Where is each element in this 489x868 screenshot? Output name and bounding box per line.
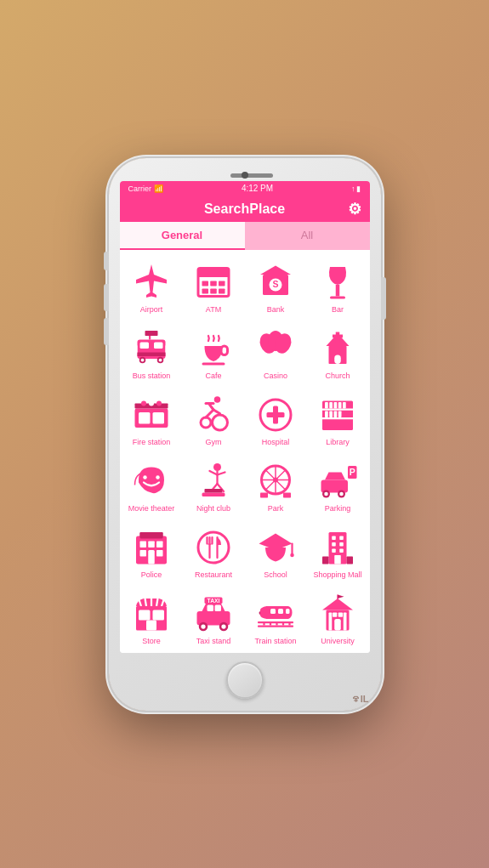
- bus-station-icon: [131, 328, 172, 369]
- svg-rect-34: [333, 334, 343, 338]
- svg-rect-115: [322, 556, 329, 564]
- school-icon: [255, 527, 296, 568]
- svg-rect-138: [258, 621, 293, 623]
- bank-item[interactable]: S Bank: [246, 253, 306, 318]
- phone-shell: Carrier 📶 4:12 PM ↑ ▮ SearchPlace ⚙ Gene…: [109, 158, 381, 711]
- svg-rect-61: [325, 411, 328, 417]
- park-item[interactable]: Park: [246, 452, 306, 517]
- svg-rect-144: [258, 625, 293, 627]
- svg-rect-38: [153, 412, 165, 424]
- hospital-item[interactable]: Hospital: [246, 386, 306, 451]
- svg-text:TAXI: TAXI: [208, 598, 220, 604]
- svg-line-69: [210, 471, 218, 475]
- svg-rect-136: [278, 609, 283, 614]
- svg-point-99: [198, 532, 229, 563]
- gym-item[interactable]: Gym: [184, 386, 244, 451]
- svg-line-45: [206, 410, 213, 417]
- hospital-icon: [255, 394, 296, 435]
- taxi-stand-item[interactable]: TAXI Taxi stand: [184, 585, 244, 650]
- atm-item[interactable]: ATM: [184, 253, 244, 318]
- night-club-item[interactable]: Night club: [184, 452, 244, 517]
- svg-point-49: [214, 396, 221, 403]
- parking-item[interactable]: P Parking: [308, 452, 368, 517]
- svg-rect-54: [322, 408, 353, 410]
- phone-screen: Carrier 📶 4:12 PM ↑ ▮ SearchPlace ⚙ Gene…: [120, 181, 370, 653]
- volume-up-button: [104, 284, 109, 311]
- svg-rect-93: [148, 541, 155, 547]
- svg-rect-81: [283, 492, 291, 497]
- airport-item[interactable]: Airport: [122, 253, 182, 318]
- svg-line-47: [210, 405, 214, 410]
- status-bar: Carrier 📶 4:12 PM ↑ ▮: [120, 181, 370, 196]
- tab-all[interactable]: All: [245, 222, 370, 250]
- fire-station-icon: [131, 394, 172, 435]
- svg-point-65: [143, 475, 147, 479]
- svg-rect-25: [145, 331, 158, 336]
- svg-rect-1: [198, 268, 229, 277]
- svg-rect-123: [139, 610, 151, 620]
- church-label: Church: [325, 372, 350, 381]
- gym-icon: [193, 394, 234, 435]
- bar-label: Bar: [332, 305, 344, 315]
- app-title: SearchPlace: [120, 201, 370, 217]
- svg-rect-130: [215, 604, 222, 611]
- movie-theater-item[interactable]: Movie theater: [122, 452, 182, 517]
- cafe-item[interactable]: Cafe: [184, 320, 244, 384]
- svg-rect-109: [339, 536, 344, 540]
- svg-line-120: [156, 599, 158, 606]
- svg-rect-98: [140, 532, 163, 537]
- svg-marker-11: [260, 265, 291, 275]
- svg-rect-95: [140, 550, 147, 557]
- church-item[interactable]: Church: [308, 320, 368, 384]
- train-station-label: Train station: [254, 637, 296, 646]
- movie-theater-icon: [131, 461, 172, 502]
- home-button[interactable]: [226, 661, 264, 699]
- svg-point-40: [141, 400, 146, 406]
- restaurant-item[interactable]: Restaurant: [184, 519, 244, 583]
- store-item[interactable]: Store: [122, 585, 182, 650]
- svg-rect-64: [338, 411, 342, 417]
- svg-rect-113: [339, 548, 344, 553]
- bus-station-item[interactable]: Bus station: [122, 320, 182, 384]
- svg-rect-62: [329, 411, 333, 417]
- svg-rect-149: [334, 619, 341, 631]
- bar-icon: [317, 262, 358, 303]
- library-icon: [317, 394, 358, 435]
- bank-icon: S: [255, 262, 296, 303]
- svg-rect-37: [139, 412, 151, 424]
- svg-rect-150: [333, 612, 337, 616]
- svg-rect-13: [330, 296, 345, 298]
- svg-rect-27: [202, 362, 225, 365]
- svg-rect-35: [334, 355, 341, 364]
- fire-station-item[interactable]: Fire station: [122, 386, 182, 451]
- shopping-mall-item[interactable]: Shopping Mall: [308, 519, 368, 583]
- svg-rect-5: [202, 288, 209, 293]
- settings-icon[interactable]: ⚙: [348, 200, 361, 218]
- svg-rect-16: [166, 344, 168, 354]
- svg-rect-116: [347, 556, 354, 564]
- taxi-stand-label: Taxi stand: [196, 637, 231, 646]
- svg-rect-110: [332, 542, 336, 547]
- night-club-icon: [193, 461, 234, 502]
- library-item[interactable]: Library: [308, 386, 368, 451]
- casino-item[interactable]: Casino: [246, 320, 306, 384]
- svg-point-66: [156, 475, 160, 479]
- svg-rect-111: [339, 542, 344, 547]
- svg-text:P: P: [350, 467, 355, 477]
- svg-rect-63: [334, 411, 338, 417]
- svg-point-132: [201, 624, 205, 628]
- tab-general[interactable]: General: [120, 222, 245, 250]
- atm-icon: [193, 262, 234, 303]
- store-icon: [131, 593, 172, 634]
- university-icon: [317, 593, 358, 634]
- svg-rect-17: [140, 342, 150, 349]
- svg-point-43: [213, 415, 228, 430]
- svg-rect-59: [338, 402, 342, 409]
- svg-rect-112: [332, 548, 336, 553]
- school-item[interactable]: School: [246, 519, 306, 583]
- park-icon: [255, 461, 296, 502]
- police-item[interactable]: Police: [122, 519, 182, 583]
- bar-item[interactable]: Bar: [308, 253, 368, 318]
- university-item[interactable]: University: [308, 585, 368, 650]
- train-station-item[interactable]: Train station: [246, 585, 306, 650]
